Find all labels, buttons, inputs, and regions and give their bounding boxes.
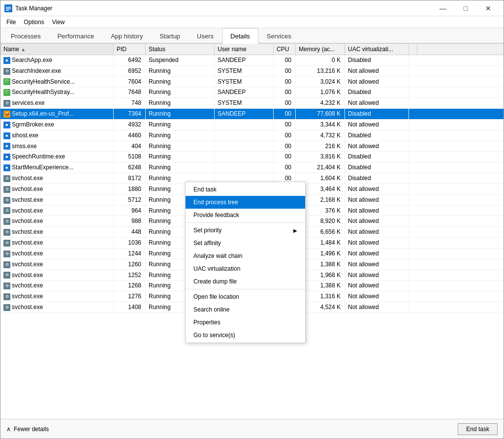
svg-rect-2 [6,8,11,9]
td-uac: Not allowed [345,141,409,152]
menu-view[interactable]: View [48,18,69,27]
col-header-pid[interactable]: PID [114,44,146,55]
td-pid: 7604 [114,77,146,87]
td-memory: 13,216 K [296,66,345,76]
ctx-go-to-services[interactable]: Go to service(s) [186,329,305,342]
table-row[interactable]: ⚙services.exe 748 Running SYSTEM 00 4,23… [0,98,504,109]
chevron-up-icon: ∧ [6,426,11,433]
menu-file[interactable]: File [2,18,20,27]
td-status: Running [146,141,215,152]
td-name: ⚙svchost.exe [0,173,114,184]
col-header-uac[interactable]: UAC virtualizati... [345,44,409,55]
menu-options[interactable]: Options [20,18,48,27]
td-uac: Not allowed [345,184,409,194]
td-name: 🛡SecurityHealthSystray... [0,87,114,97]
td-pid: 1036 [114,238,146,248]
td-name: ⚙svchost.exe [0,249,114,259]
fewer-details-button[interactable]: ∧ Fewer details [6,426,49,433]
context-menu: End task End process tree Provide feedba… [185,182,306,343]
table-row[interactable]: 🛡SecurityHealthSystray... 7648 Running S… [0,87,504,98]
td-uac: Not allowed [345,270,409,281]
td-status: Suspended [146,55,215,65]
tab-services[interactable]: Services [258,28,300,44]
td-name: ⚙svchost.exe [0,216,114,226]
td-memory: 3,344 K [296,120,345,130]
ctx-provide-feedback[interactable]: Provide feedback [186,209,305,221]
ctx-end-process-tree[interactable]: End process tree [186,196,305,209]
td-memory: 3,816 K [296,152,345,162]
td-status: Running [146,98,215,108]
table-row[interactable]: ■SearchApp.exe 6492 Suspended SANDEEP 00… [0,55,504,66]
td-uac: Disabled [345,109,409,119]
td-uac: Not allowed [345,238,409,248]
col-header-memory[interactable]: Memory (ac... [296,44,345,55]
td-pid: 1252 [114,270,146,281]
ctx-search-online[interactable]: Search online [186,303,305,316]
table-row[interactable]: ■SgrmBroker.exe 4932 Running 00 3,344 K … [0,120,504,130]
td-name: 🛡SecurityHealthService... [0,77,114,87]
td-name: ⚙svchost.exe [0,206,114,216]
tab-users[interactable]: Users [189,28,222,44]
td-username [215,152,274,162]
table-row[interactable]: ■smss.exe 404 Running 00 216 K Not allow… [0,141,504,152]
table-row[interactable]: ⚙SearchIndexer.exe 6952 Running SYSTEM 0… [0,66,504,77]
ctx-analyze-wait-chain[interactable]: Analyze wait chain [186,250,305,262]
menu-bar: File Options View [0,16,504,28]
tab-startup[interactable]: Startup [151,28,189,44]
ctx-properties[interactable]: Properties [186,316,305,329]
td-uac: Disabled [345,87,409,97]
table-header: Name ▲ PID Status User name CPU Memory (… [0,44,504,55]
tab-details[interactable]: Details [222,28,258,44]
td-name: ⚙svchost.exe [0,291,114,302]
tab-performance[interactable]: Performance [49,28,102,44]
table-row[interactable]: ■SpeechRuntime.exe 5108 Running 00 3,816… [0,152,504,162]
window-title: Task Manager [15,5,432,12]
td-pid: 404 [114,141,146,152]
col-header-status[interactable]: Status [146,44,215,55]
col-header-name[interactable]: Name ▲ [0,44,114,55]
table-row[interactable]: ■StartMenuExperience... 6248 Running 00 … [0,162,504,173]
ctx-set-affinity[interactable]: Set affinity [186,237,305,250]
td-username: SANDEEP [215,109,274,119]
td-pid: 4460 [114,130,146,141]
ctx-open-file-location[interactable]: Open file location [186,290,305,303]
td-status: Running [146,87,215,97]
td-username: SANDEEP [215,87,274,97]
td-memory: 77,608 K [296,109,345,119]
td-uac: Not allowed [345,302,409,313]
td-status: Running [146,120,215,130]
tab-processes[interactable]: Processes [2,28,49,44]
table-row[interactable]: 📦Setup.x64.en-us_Prof... 7364 Running SA… [0,109,504,120]
ctx-set-priority[interactable]: Set priority ▶ [186,224,305,237]
maximize-button[interactable]: □ [454,0,477,16]
ctx-separator-1 [186,222,305,223]
col-header-cpu[interactable]: CPU [274,44,296,55]
ctx-create-dump-file[interactable]: Create dump file [186,275,305,288]
tab-app-history[interactable]: App history [102,28,151,44]
td-pid: 1260 [114,259,146,270]
ctx-uac-virtualization[interactable]: UAC virtualization [186,262,305,275]
ctx-set-priority-arrow: ▶ [293,228,297,233]
td-username: SYSTEM [215,66,274,76]
td-username: SYSTEM [215,98,274,108]
td-uac: Not allowed [345,291,409,302]
td-pid: 964 [114,206,146,216]
td-uac: Disabled [345,152,409,162]
table-row[interactable]: 🛡SecurityHealthService... 7604 Running S… [0,77,504,88]
td-pid: 1276 [114,291,146,302]
td-pid: 1268 [114,281,146,291]
td-memory: 21,404 K [296,162,345,173]
tab-bar: Processes Performance App history Startu… [0,28,504,44]
end-task-button[interactable]: End task [458,423,498,435]
col-header-username[interactable]: User name [215,44,274,55]
td-cpu: 00 [274,66,296,76]
minimize-button[interactable]: — [432,0,454,16]
table-row[interactable]: ■sihost.exe 4460 Running 00 4,732 K Disa… [0,130,504,141]
ctx-separator-2 [186,289,305,289]
td-cpu: 00 [274,87,296,97]
td-uac: Disabled [345,130,409,141]
ctx-end-task[interactable]: End task [186,183,305,196]
app-icon [4,4,12,12]
close-button[interactable]: ✕ [477,0,500,16]
td-uac: Disabled [345,173,409,184]
